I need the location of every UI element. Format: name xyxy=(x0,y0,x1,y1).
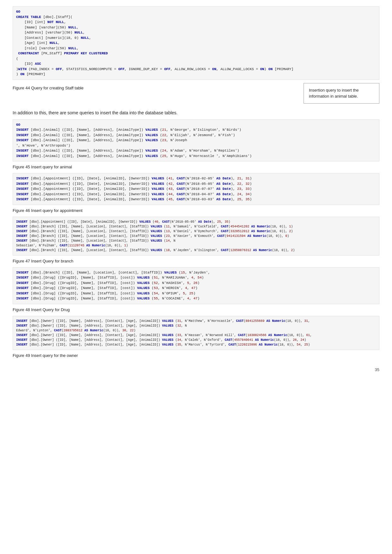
page-number: 35 xyxy=(13,367,379,372)
figure48-label: Figure 48 Insert Query for Drug xyxy=(13,307,379,312)
figure45-code: GO INSERT [dbo].[Animal] ([ID], [Name], … xyxy=(13,119,379,162)
figure49-label: Figure 49 Insert query for the owner xyxy=(13,353,379,358)
create-table-code: GO CREATE TABLE [dbo].[Staff]( [ID] [int… xyxy=(13,6,379,80)
section-intro-text: In addition to this, there are some quer… xyxy=(13,109,379,116)
figure44-label: Figure 44 Query for creating Staff table xyxy=(13,86,291,90)
figure47-label: Figure 47 Insert Query for branch xyxy=(13,259,379,263)
figure47b-code: INSERT [dbo].[Branch] ([ID], [Name], [Lo… xyxy=(13,267,379,304)
figure44-callout: Insertion query to insert the informatio… xyxy=(304,83,379,104)
figure45-label: Figure 45 Insert query for animal xyxy=(13,165,379,169)
figure46-code: INSERT [dbo].[Appointment] ([ID], [Date]… xyxy=(13,173,379,205)
figure48-code: INSERT [dbo].[Owner] ([ID], [Name], [Add… xyxy=(13,316,379,350)
figure46-label: Figure 46 Insert query for appointment xyxy=(13,208,379,213)
figure47-code-small: INSERT [dbo].[Appointment] ([ID], [Date]… xyxy=(13,217,379,256)
